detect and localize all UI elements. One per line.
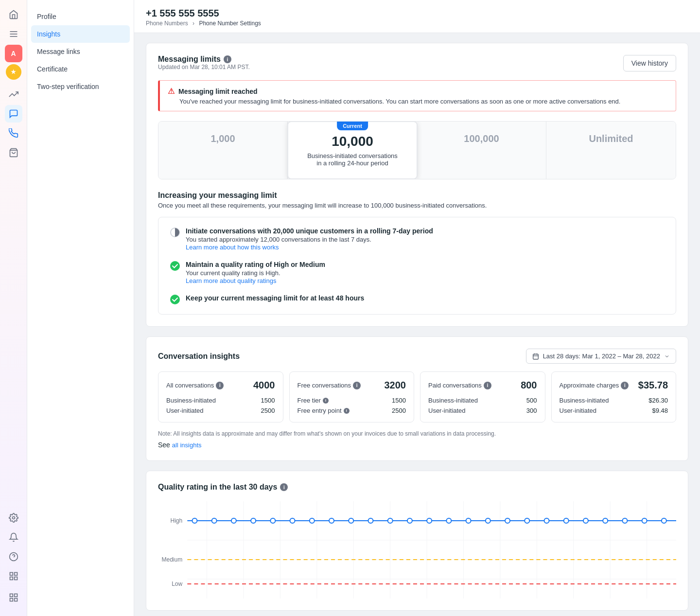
svg-point-16 bbox=[170, 261, 180, 271]
svg-point-61 bbox=[564, 518, 569, 523]
req-1-link[interactable]: Learn more about how this works bbox=[186, 244, 279, 251]
sidebar-item-insights[interactable]: Insights bbox=[31, 25, 130, 43]
svg-point-44 bbox=[231, 518, 236, 523]
svg-rect-10 bbox=[14, 577, 17, 580]
see-all-container: See all insights bbox=[158, 441, 676, 449]
svg-point-65 bbox=[642, 518, 647, 523]
calendar-icon bbox=[532, 353, 539, 360]
insight-paid-value: 800 bbox=[521, 380, 537, 391]
alert-body: You've reached your messaging limit for … bbox=[168, 98, 668, 105]
shop-icon[interactable] bbox=[5, 144, 22, 161]
req-3-content: Keep your current messaging limit for at… bbox=[186, 294, 664, 302]
svg-point-57 bbox=[486, 518, 490, 523]
sidebar-item-message-links[interactable]: Message links bbox=[27, 43, 134, 60]
insights-title: Conversation insights bbox=[158, 352, 240, 361]
svg-point-4 bbox=[12, 517, 15, 519]
req-1-desc: You started approximately 12,000 convers… bbox=[186, 236, 664, 243]
sidebar-item-two-step[interactable]: Two-step verification bbox=[27, 78, 134, 95]
insight-card-paid: Paid conversations i 800 Business-initia… bbox=[420, 371, 545, 422]
svg-point-46 bbox=[270, 518, 275, 523]
home-icon[interactable] bbox=[5, 6, 22, 23]
insight-charges-info[interactable]: i bbox=[621, 382, 629, 389]
chat-icon[interactable] bbox=[5, 105, 22, 123]
page-header: +1 555 555 5555 Phone Numbers › Phone Nu… bbox=[134, 0, 700, 33]
svg-point-17 bbox=[170, 295, 180, 304]
svg-point-54 bbox=[427, 518, 432, 523]
dashboard-icon[interactable] bbox=[5, 567, 22, 585]
free-tier-info[interactable]: i bbox=[323, 398, 329, 404]
chevron-down-icon bbox=[664, 353, 670, 359]
insight-charges-label: Approximate charges i bbox=[560, 382, 629, 389]
messaging-limits-title-group: Messaging limits i Updated on Mar 28, 10… bbox=[158, 55, 250, 78]
req-2-content: Maintain a quality rating of High or Med… bbox=[186, 261, 664, 284]
requirement-2: Maintain a quality rating of High or Med… bbox=[170, 261, 664, 284]
insights-note: Note: All insights data is approximate a… bbox=[158, 430, 676, 437]
help-icon[interactable] bbox=[5, 548, 22, 565]
insight-paid-row-1: Business-initiated 500 bbox=[428, 397, 537, 404]
avatar-yellow[interactable]: ★ bbox=[6, 64, 21, 80]
current-badge: Current bbox=[337, 122, 368, 130]
insight-charges-value: $35.78 bbox=[638, 380, 668, 391]
svg-point-52 bbox=[388, 518, 393, 523]
sidebar-item-certificate[interactable]: Certificate bbox=[27, 60, 134, 78]
increasing-section: Increasing your messaging limit Once you… bbox=[158, 191, 676, 315]
tier-value-2: 10,000 bbox=[296, 134, 409, 149]
svg-point-45 bbox=[251, 518, 256, 523]
quality-rating-info-icon[interactable]: i bbox=[280, 483, 288, 491]
insight-charges-row-2: User-initiated $9.48 bbox=[560, 407, 668, 414]
svg-rect-8 bbox=[14, 573, 17, 576]
messaging-limits-title: Messaging limits i bbox=[158, 55, 250, 64]
messaging-limits-updated: Updated on Mar 28, 10:01 AM PST. bbox=[158, 64, 250, 70]
insight-card-free: Free conversations i 3200 Free tier i 15… bbox=[289, 371, 415, 422]
breadcrumb: Phone Numbers › Phone Number Settings bbox=[146, 20, 688, 27]
svg-point-66 bbox=[662, 518, 666, 523]
svg-text:Medium: Medium bbox=[161, 556, 182, 563]
insight-paid-row-2: User-initiated 300 bbox=[428, 407, 537, 414]
insight-all-info[interactable]: i bbox=[216, 382, 224, 389]
grid-icon[interactable] bbox=[5, 589, 22, 606]
settings-icon[interactable] bbox=[5, 509, 22, 527]
svg-point-43 bbox=[212, 518, 217, 523]
alert-title: ⚠ Messaging limit reached bbox=[168, 87, 668, 96]
trending-icon[interactable] bbox=[5, 86, 22, 103]
see-all-link[interactable]: all insights bbox=[172, 441, 202, 449]
insight-charges-header: Approximate charges i $35.78 bbox=[560, 380, 668, 391]
check-icon-3 bbox=[170, 295, 180, 304]
svg-point-58 bbox=[505, 518, 510, 523]
half-circle-icon bbox=[170, 228, 180, 237]
tier-value-3: 100,000 bbox=[425, 133, 538, 144]
svg-rect-12 bbox=[14, 594, 17, 597]
req-3-title: Keep your current messaging limit for at… bbox=[186, 294, 664, 302]
insight-card-all: All conversations i 4000 Business-initia… bbox=[158, 371, 283, 422]
date-range-button[interactable]: Last 28 days: Mar 1, 2022 – Mar 28, 2022 bbox=[526, 349, 676, 364]
menu-icon[interactable] bbox=[5, 25, 22, 43]
quality-chart-container: High Medium Low bbox=[158, 501, 676, 598]
insight-free-info[interactable]: i bbox=[353, 382, 361, 389]
req-2-link[interactable]: Learn more about quality ratings bbox=[186, 277, 276, 284]
phone-icon[interactable] bbox=[5, 124, 22, 142]
tier-card-1000: 1,000 bbox=[158, 122, 288, 179]
svg-point-53 bbox=[407, 518, 412, 523]
svg-rect-9 bbox=[10, 577, 13, 580]
messaging-limits-header: Messaging limits i Updated on Mar 28, 10… bbox=[158, 55, 676, 78]
tier-card-100000: 100,000 bbox=[417, 122, 546, 179]
svg-text:High: High bbox=[170, 517, 182, 524]
insight-card-charges: Approximate charges i $35.78 Business-in… bbox=[551, 371, 677, 422]
view-history-button[interactable]: View history bbox=[623, 55, 676, 71]
sidebar-item-profile[interactable]: Profile bbox=[27, 8, 134, 25]
insight-free-row-1: Free tier i 1500 bbox=[298, 397, 406, 404]
breadcrumb-phone-numbers[interactable]: Phone Numbers bbox=[146, 20, 188, 27]
messaging-limits-info-icon[interactable]: i bbox=[224, 55, 231, 63]
insight-paid-info[interactable]: i bbox=[484, 382, 491, 389]
quality-rating-title: Quality rating in the last 30 days i bbox=[158, 483, 676, 492]
tier-label-2: Business-initiated conversationsin a rol… bbox=[296, 152, 409, 167]
bell-icon[interactable] bbox=[5, 528, 22, 546]
tier-card-10000: Current 10,000 Business-initiated conver… bbox=[287, 121, 418, 179]
svg-rect-11 bbox=[10, 594, 13, 597]
free-entry-info[interactable]: i bbox=[344, 408, 350, 414]
avatar-red[interactable]: A bbox=[5, 45, 22, 62]
requirement-3: Keep your current messaging limit for at… bbox=[170, 294, 664, 304]
insights-header: Conversation insights Last 28 days: Mar … bbox=[158, 349, 676, 364]
svg-point-50 bbox=[349, 518, 353, 523]
breadcrumb-separator: › bbox=[192, 20, 194, 27]
